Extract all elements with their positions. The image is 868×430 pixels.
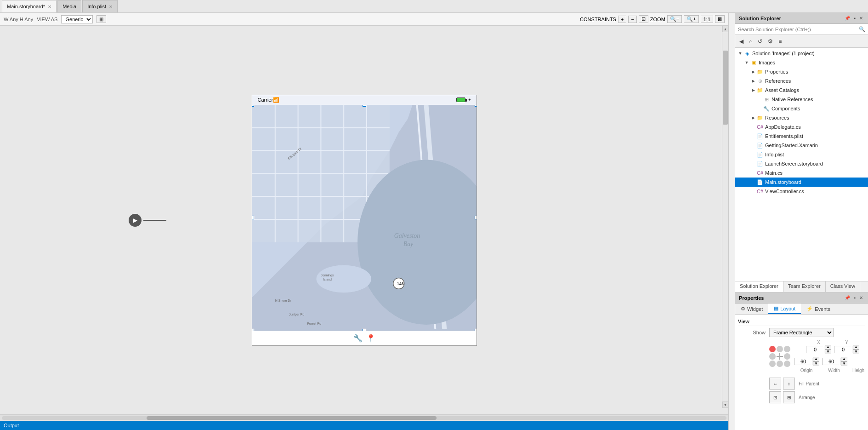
notifications-column <box>728 13 735 430</box>
width-input[interactable] <box>794 358 812 365</box>
tree-item-viewcontroller[interactable]: C# ViewController.cs <box>735 187 868 196</box>
tree-item-components[interactable]: 🔧 Components <box>735 104 868 113</box>
arrange-btn-2[interactable]: ⊞ <box>783 391 795 403</box>
zoom-full-btn[interactable]: ⊠ <box>715 15 725 23</box>
se-float-btn[interactable]: ▪ <box>852 15 857 21</box>
expand-properties-icon[interactable]: ▶ <box>750 69 756 75</box>
frame-toggle-btn[interactable]: ▣ <box>96 15 106 23</box>
tab-events[interactable]: ⚡ Events <box>801 304 836 314</box>
tab-media[interactable]: Media <box>57 0 81 12</box>
expand-references-icon[interactable]: ▶ <box>750 78 756 84</box>
expand-resources-icon[interactable]: ▶ <box>750 115 756 121</box>
y-down-btn[interactable]: ▼ <box>853 350 859 354</box>
expand-images-icon[interactable]: ▼ <box>743 59 750 66</box>
fill-parent-h-btn[interactable]: ↔ <box>769 378 781 390</box>
se-back-btn[interactable]: ◀ <box>737 37 746 46</box>
anchor-ml[interactable] <box>769 353 776 360</box>
arrange-btn-1[interactable]: ⊡ <box>769 391 781 403</box>
y-input[interactable] <box>834 346 852 353</box>
zoom-fit-btn[interactable]: ⊡ <box>639 15 648 23</box>
tab-close-icon[interactable]: ✕ <box>48 4 51 9</box>
se-close-btn[interactable]: ✕ <box>858 15 864 21</box>
anchor-mr[interactable] <box>784 353 790 360</box>
tab-main-storyboard[interactable]: Main.storyboard* ✕ <box>2 0 57 12</box>
tree-item-entitlements[interactable]: 📄 Entitlements.plist <box>735 132 868 141</box>
w-down-btn[interactable]: ▼ <box>813 361 819 366</box>
x-up-btn[interactable]: ▲ <box>825 345 831 350</box>
generic-select[interactable]: Generic <box>61 15 93 23</box>
prop-float-btn[interactable]: ▪ <box>852 295 857 301</box>
tree-item-images[interactable]: ▼ ▣ Images <box>735 58 868 67</box>
anchor-bm[interactable] <box>777 361 783 367</box>
tree-item-asset-catalogs[interactable]: ▶ 📁 Asset Catalogs <box>735 86 868 95</box>
resize-handle-bl[interactable] <box>252 329 254 331</box>
tab-team-explorer[interactable]: Team Explorer <box>783 281 826 292</box>
origin-label: Origin <box>794 368 819 373</box>
anchor-center[interactable] <box>777 353 783 360</box>
prop-close-btn[interactable]: ✕ <box>858 295 864 301</box>
resize-handle-ml[interactable] <box>252 216 254 219</box>
tab-widget[interactable]: ⚙ Widget <box>735 304 768 314</box>
resize-handle-tr[interactable] <box>475 105 477 107</box>
iphone-frame[interactable]: Carrier 📶 + <box>252 95 477 346</box>
anchor-tl[interactable] <box>769 346 776 352</box>
x-input[interactable] <box>806 346 824 353</box>
zoom-sub-btn[interactable]: − <box>628 16 636 23</box>
map-view[interactable]: Galveston Bay Shipyard Dr N Shore Dr Jun… <box>252 105 477 331</box>
w-up-btn[interactable]: ▲ <box>813 357 819 361</box>
tab-info-plist[interactable]: Info.plist ✕ <box>82 0 118 12</box>
anchor-tr[interactable] <box>784 346 790 352</box>
hscroll-track[interactable] <box>2 416 726 420</box>
resize-handle-tl[interactable] <box>252 105 254 107</box>
se-home-btn[interactable]: ⌂ <box>747 37 755 46</box>
scroll-up-btn[interactable]: ▲ <box>722 26 728 32</box>
canvas-vscrollbar[interactable]: ▲ ▼ <box>722 26 728 408</box>
se-refresh-btn[interactable]: ↺ <box>755 37 765 46</box>
expand-solution-icon[interactable]: ▼ <box>737 50 743 57</box>
expand-assets-icon[interactable]: ▶ <box>750 87 756 93</box>
tab-close-icon[interactable]: ✕ <box>109 4 113 9</box>
resize-handle-bm[interactable] <box>363 329 366 331</box>
fill-parent-v-btn[interactable]: ↕ <box>783 378 795 390</box>
tab-layout[interactable]: ▦ Layout <box>768 304 801 314</box>
zoom-out-btn[interactable]: 🔍− <box>667 15 682 23</box>
scroll-track[interactable] <box>722 32 728 401</box>
anchor-tm[interactable] <box>777 346 783 352</box>
scroll-down-btn[interactable]: ▼ <box>722 401 728 408</box>
tree-item-references[interactable]: ▶ ⊕ References <box>735 76 868 86</box>
prop-pin-btn[interactable]: 📌 <box>843 295 851 301</box>
properties-content: View Show Frame Rectangle Bounds Rectang… <box>735 315 868 430</box>
tree-item-solution[interactable]: ▼ ◈ Solution 'Images' (1 project) <box>735 49 868 58</box>
anchor-br[interactable] <box>784 361 790 367</box>
tree-item-properties[interactable]: ▶ 📁 Properties <box>735 67 868 76</box>
resize-handle-tm[interactable] <box>363 105 366 107</box>
tree-item-appdelegate[interactable]: C# AppDelegate.cs <box>735 122 868 132</box>
canvas-area[interactable]: ▶ Carrier 📶 + <box>0 26 728 414</box>
show-select[interactable]: Frame Rectangle Bounds Rectangle <box>769 328 834 337</box>
y-up-btn[interactable]: ▲ <box>853 345 859 350</box>
zoom-add-btn[interactable]: + <box>618 16 626 23</box>
se-pin-btn[interactable]: 📌 <box>843 15 851 21</box>
se-search-input[interactable] <box>738 27 859 32</box>
tree-item-native-refs[interactable]: ⊞ Native References <box>735 95 868 104</box>
tab-solution-explorer[interactable]: Solution Explorer <box>735 281 783 292</box>
tree-item-gettingstarted[interactable]: 📄 GettingStarted.Xamarin <box>735 141 868 150</box>
se-filter-btn[interactable]: ⚙ <box>766 37 775 46</box>
tree-item-infoplist[interactable]: 📄 Info.plist <box>735 150 868 159</box>
tree-item-launchscreen[interactable]: 📄 LaunchScreen.storyboard <box>735 159 868 168</box>
h-up-btn[interactable]: ▲ <box>841 357 847 361</box>
canvas-hscrollbar[interactable] <box>0 414 728 421</box>
tree-item-maincs[interactable]: C# Main.cs <box>735 168 868 178</box>
tree-item-mainstoryboard[interactable]: 📄 Main.storyboard <box>735 178 868 187</box>
tab-class-view[interactable]: Class View <box>826 281 860 292</box>
h-down-btn[interactable]: ▼ <box>841 361 847 366</box>
se-properties-btn[interactable]: ≡ <box>776 37 784 46</box>
anchor-bl[interactable] <box>769 361 776 367</box>
anchor-grid[interactable] <box>769 346 790 367</box>
resize-handle-br[interactable] <box>475 329 477 331</box>
x-down-btn[interactable]: ▼ <box>825 350 831 354</box>
height-input[interactable] <box>822 358 840 365</box>
zoom-in-btn[interactable]: 🔍+ <box>684 15 698 23</box>
zoom-reset-btn[interactable]: 1:1 <box>701 16 713 23</box>
tree-item-resources[interactable]: ▶ 📁 Resources <box>735 113 868 122</box>
